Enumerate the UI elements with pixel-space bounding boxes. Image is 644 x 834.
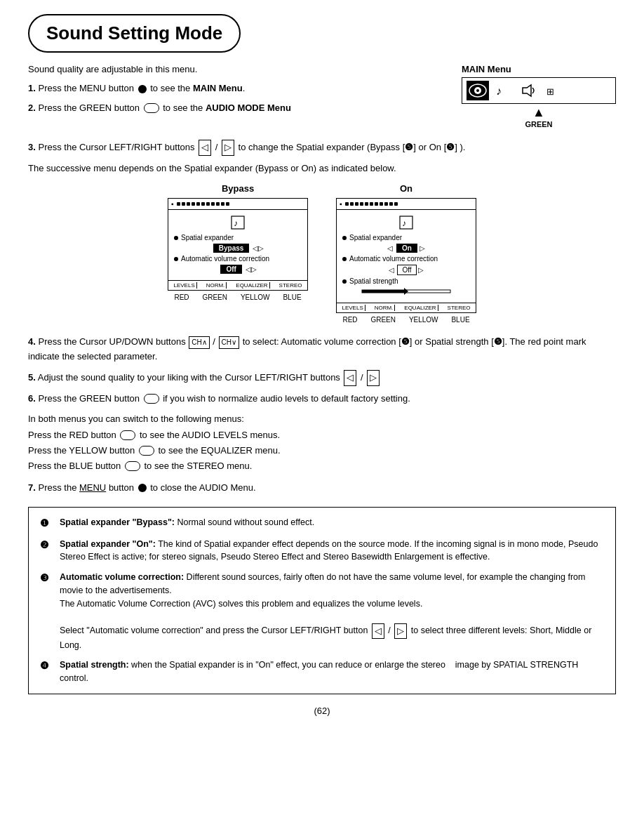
on-strength-bar bbox=[342, 287, 470, 297]
main-menu-icons: ♪ ⊞ bbox=[462, 77, 616, 104]
info3-text: Automatic volume correction: Different s… bbox=[60, 571, 604, 651]
svg-text:♪: ♪ bbox=[234, 218, 238, 228]
step-1: 1. Press the MENU button to see the MAIN… bbox=[28, 81, 448, 95]
step7-menu-bullet bbox=[138, 484, 147, 492]
diagrams-row: Bypass ▪ ♪ bbox=[28, 183, 616, 324]
bypass-body: ♪ Spatial expander Bypass ◁▷ Aut bbox=[168, 210, 307, 280]
bypass-off-value: Off bbox=[220, 265, 241, 274]
bypass-top-bar: ▪ bbox=[168, 199, 307, 210]
on-bullet2 bbox=[342, 257, 347, 261]
page-num-close: ) bbox=[327, 706, 330, 716]
on-green-label: GREEN bbox=[370, 316, 396, 324]
step-6: 6. Press the GREEN button if you wish to… bbox=[28, 392, 616, 406]
bypass-norm: NORM. bbox=[205, 282, 227, 289]
info-box: ❶ Spatial expander "Bypass": Normal soun… bbox=[28, 507, 616, 694]
on-bullet3 bbox=[342, 279, 347, 284]
on-dot-row bbox=[345, 202, 473, 206]
info3-left-icon: ◁ bbox=[372, 623, 384, 639]
bypass-diagram-box: ▪ ♪ bbox=[168, 198, 308, 291]
bypass-arrows2: ◁▷ bbox=[246, 265, 257, 273]
ch-down-btn: CH∨ bbox=[219, 336, 239, 349]
bypass-bypass-value: Bypass bbox=[213, 244, 250, 253]
on-arrows2-right: ▷ bbox=[418, 266, 424, 274]
menu-bullet-icon bbox=[138, 85, 147, 93]
bypass-arrows1: ◁▷ bbox=[253, 244, 264, 252]
green-arrow-area: ▲ GREEN bbox=[462, 105, 616, 128]
page-title: Sound Setting Mode bbox=[46, 22, 222, 44]
header-row: Sound quality are adjustable in this men… bbox=[28, 64, 616, 128]
on-icon-row: ♪ bbox=[342, 214, 470, 231]
both-menus-section: In both menus you can switch to the foll… bbox=[28, 411, 616, 473]
step6-num: 6. bbox=[28, 393, 36, 404]
bypass-levels: LEVELS bbox=[172, 282, 196, 289]
bypass-param2-row: Automatic volume correction bbox=[174, 255, 302, 263]
on-diagram-box: ▪ ♪ bbox=[336, 198, 476, 313]
info4-num: ❹ bbox=[40, 658, 55, 673]
cursor-right-icon: ▷ bbox=[222, 140, 234, 156]
on-off-value: Off bbox=[397, 265, 416, 275]
info-row-1: ❶ Spatial expander "Bypass": Normal soun… bbox=[40, 516, 604, 531]
on-arrows2-left: ◁ bbox=[389, 266, 394, 274]
on-param2-row: Automatic volume correction bbox=[342, 255, 470, 263]
step5-num: 5. bbox=[28, 372, 36, 383]
yellow-btn-icon bbox=[139, 446, 154, 456]
on-norm: NORM. bbox=[373, 305, 396, 311]
info4-text: Spatial strength: when the Spatial expan… bbox=[60, 658, 604, 685]
info2-num: ❷ bbox=[40, 538, 55, 552]
green-btn-icon bbox=[144, 103, 159, 113]
info-row-2: ❷ Spatial expander "On": The kind of Spa… bbox=[40, 538, 604, 564]
menu-icon-music: ♪ bbox=[492, 81, 514, 100]
on-equalizer: EQUALIZER bbox=[403, 305, 438, 311]
successive-text: The successive menu depends on the Spati… bbox=[28, 161, 616, 176]
step5-right-icon: ▷ bbox=[367, 370, 380, 386]
on-param3-label: Spatial strength bbox=[349, 277, 398, 285]
both-menus-intro: In both menus you can switch to the foll… bbox=[28, 411, 616, 427]
menu-icon-settings: ⊞ bbox=[542, 81, 565, 100]
bypass-bullet2 bbox=[174, 257, 178, 261]
bypass-icon-row: ♪ bbox=[174, 214, 302, 231]
title-box: Sound Setting Mode bbox=[28, 14, 241, 53]
step6-green-btn-icon bbox=[144, 394, 159, 404]
blue-button-text: Press the BLUE button to see the STEREO … bbox=[28, 458, 616, 474]
on-arrows1-right: ▷ bbox=[420, 244, 425, 252]
on-param3-row: Spatial strength bbox=[342, 277, 470, 285]
step-2: 2. Press the GREEN button to see the AUD… bbox=[28, 101, 448, 115]
on-blue-label: BLUE bbox=[451, 316, 469, 324]
info2-title: Spatial expander "On": bbox=[60, 539, 156, 549]
on-levels: LEVELS bbox=[340, 305, 365, 311]
svg-rect-11 bbox=[362, 290, 404, 293]
svg-text:♪: ♪ bbox=[402, 218, 406, 228]
on-on-value: On bbox=[396, 244, 417, 253]
bypass-equalizer: EQUALIZER bbox=[234, 282, 269, 289]
step-7: 7. Press the MENU button to close the AU… bbox=[28, 481, 616, 496]
on-top-bar: ▪ bbox=[337, 199, 476, 210]
bypass-bullet1 bbox=[174, 236, 178, 240]
step2-num: 2. bbox=[28, 102, 36, 113]
red-button-text: Press the RED button to see the AUDIO LE… bbox=[28, 428, 616, 443]
info3-num: ❸ bbox=[40, 571, 55, 585]
step5-left-icon: ◁ bbox=[344, 370, 356, 386]
on-top-icon: ▪ bbox=[340, 200, 342, 208]
step1-num: 1. bbox=[28, 83, 36, 93]
on-color-buttons: RED GREEN YELLOW BLUE bbox=[336, 316, 476, 324]
on-music-icon: ♪ bbox=[398, 214, 415, 231]
on-diagram-wrapper: On ▪ ♪ bbox=[336, 183, 476, 324]
step7-menu-text: MENU bbox=[79, 482, 106, 493]
on-bullet1 bbox=[342, 236, 347, 240]
main-menu-label: MAIN Menu bbox=[462, 64, 616, 74]
on-stereo: STEREO bbox=[446, 305, 472, 311]
on-label: On bbox=[336, 183, 476, 194]
on-arrows1-left: ◁ bbox=[387, 244, 393, 252]
step3-num: 3. bbox=[28, 142, 36, 152]
on-param2-label: Automatic volume correction bbox=[349, 255, 438, 263]
step2-bold: AUDIO MODE Menu bbox=[206, 102, 291, 113]
bypass-green-label: GREEN bbox=[202, 293, 227, 301]
page-container: Sound Setting Mode Sound quality are adj… bbox=[28, 14, 616, 716]
svg-text:⊞: ⊞ bbox=[546, 86, 554, 97]
cursor-left-icon: ◁ bbox=[199, 140, 211, 156]
page-number: (62) bbox=[28, 706, 616, 716]
svg-text:♪: ♪ bbox=[496, 85, 502, 97]
bypass-param2-label: Automatic volume correction bbox=[181, 255, 269, 263]
intro-text: Sound quality are adjustable in this men… bbox=[28, 64, 448, 74]
step1-bold: MAIN Menu bbox=[193, 83, 243, 93]
